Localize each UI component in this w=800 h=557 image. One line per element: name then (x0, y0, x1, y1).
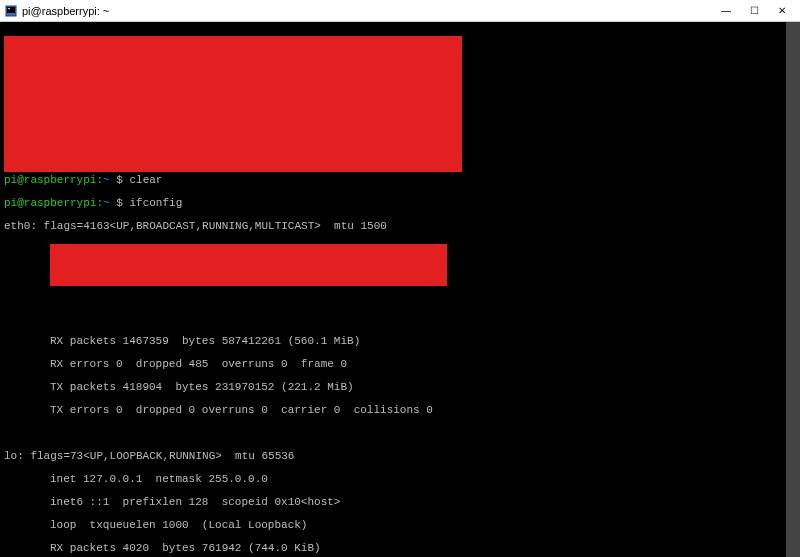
redacted-block-eth0 (50, 244, 447, 286)
cmd-clear: clear (129, 174, 162, 186)
maximize-button[interactable]: ☐ (740, 1, 768, 21)
eth0-tx-packets: TX packets 418904 bytes 231970152 (221.2… (4, 382, 796, 394)
window-controls: — ☐ ✕ (712, 1, 796, 21)
svg-rect-1 (7, 7, 15, 13)
lo-inet6: inet6 ::1 prefixlen 128 scopeid 0x10<hos… (4, 497, 796, 509)
lo-inet: inet 127.0.0.1 netmask 255.0.0.0 (4, 474, 796, 486)
scrollbar-thumb[interactable] (786, 22, 800, 557)
cmd-ifconfig: ifconfig (129, 197, 182, 209)
putty-icon (4, 4, 18, 18)
window-titlebar: pi@raspberrypi: ~ — ☐ ✕ (0, 0, 800, 22)
lo-header: lo: flags=73<UP,LOOPBACK,RUNNING> mtu 65… (4, 451, 796, 463)
scrollbar[interactable] (786, 22, 800, 557)
prompt-cwd: ~ (103, 174, 110, 186)
minimize-button[interactable]: — (712, 1, 740, 21)
redacted-block-top (4, 36, 462, 172)
prompt-symbol: $ (116, 174, 123, 186)
terminal-area[interactable]: pi@raspberrypi:~ $ clear pi@raspberrypi:… (0, 22, 800, 557)
prompt-user-host: pi@raspberrypi (4, 174, 96, 186)
eth0-rx-errors: RX errors 0 dropped 485 overruns 0 frame… (4, 359, 796, 371)
window-title: pi@raspberrypi: ~ (22, 5, 712, 17)
svg-rect-2 (8, 8, 10, 9)
eth0-header: eth0: flags=4163<UP,BROADCAST,RUNNING,MU… (4, 221, 796, 233)
lo-loop: loop txqueuelen 1000 (Local Loopback) (4, 520, 796, 532)
eth0-rx-packets: RX packets 1467359 bytes 587412261 (560.… (4, 336, 796, 348)
lo-rx-packets: RX packets 4020 bytes 761942 (744.0 KiB) (4, 543, 796, 555)
close-button[interactable]: ✕ (768, 1, 796, 21)
eth0-tx-errors: TX errors 0 dropped 0 overruns 0 carrier… (4, 405, 796, 417)
